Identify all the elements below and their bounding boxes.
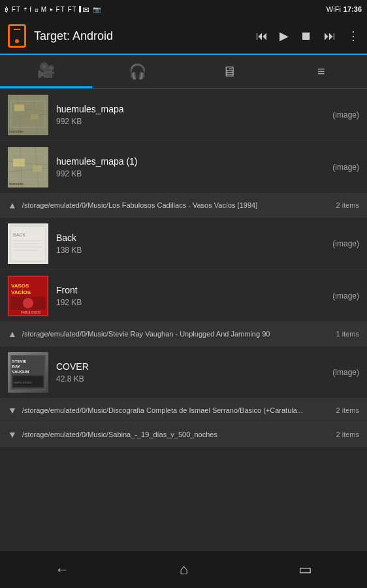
file-info-5: COVER 42.8 KB <box>56 361 332 384</box>
audio-tab-icon: 🎧 <box>129 63 146 80</box>
file-name: COVER <box>56 361 332 372</box>
svg-rect-6 <box>14 105 24 111</box>
tab-list[interactable]: ≡ <box>276 55 368 88</box>
file-info-2: huemules_mapa (1) 992 KB <box>56 156 332 178</box>
file-size: 192 KB <box>56 298 332 307</box>
recent-nav-button[interactable]: ▭ <box>298 561 312 578</box>
file-thumbnail: BACK <box>8 223 48 264</box>
cover-thumbnail: STEVIE RAY VAUGHN UNPLUGGED <box>8 352 48 393</box>
tab-display[interactable]: 🖥 <box>184 55 276 88</box>
folder-count: 1 items <box>336 330 359 338</box>
file-name: Back <box>56 233 332 243</box>
svg-text:STEVIE: STEVIE <box>12 359 27 363</box>
wifi-icon: WiFi <box>327 5 341 13</box>
file-name: Front <box>56 285 332 295</box>
back-thumbnail: BACK <box>8 223 48 264</box>
svg-text:FABULOSOS: FABULOSOS <box>21 310 41 314</box>
file-size: 42.8 KB <box>56 374 332 384</box>
map-thumbnail-1: huemules <box>8 95 48 135</box>
tab-video[interactable]: 🎥 <box>0 55 92 88</box>
tab-audio[interactable]: 🎧 <box>92 55 184 88</box>
file-size: 138 KB <box>56 246 332 255</box>
list-item[interactable]: VASOS VACÍOS FABULOSOS Front 192 KB (ima… <box>0 270 367 322</box>
svg-rect-24 <box>13 250 38 251</box>
prev-button[interactable]: ⏮ <box>256 29 268 43</box>
svg-text:RAY: RAY <box>12 364 20 368</box>
folder-row[interactable]: ▼ /storage/emulated/0/Music/Sabina_-_19_… <box>0 423 367 447</box>
front-thumbnail: VASOS VACÍOS FABULOSOS <box>8 276 48 316</box>
list-item[interactable]: BACK Back 138 KB (image) <box>0 218 367 270</box>
folder-arrow-icon: ▼ <box>8 405 17 416</box>
status-left-icons: ₿ FT ☂ f ☎ M ▶ FT FT ▋✉ 📷 <box>5 6 101 13</box>
svg-rect-21 <box>13 240 43 241</box>
svg-text:VASOS: VASOS <box>11 283 29 289</box>
svg-rect-7 <box>31 114 39 120</box>
svg-text:huemules: huemules <box>9 182 24 186</box>
svg-rect-16 <box>33 165 42 172</box>
time-display: 17:36 <box>343 5 362 13</box>
file-type: (image) <box>332 291 359 301</box>
file-info-3: Back 138 KB <box>56 233 332 255</box>
file-type: (image) <box>332 239 359 248</box>
play-button[interactable]: ▶ <box>279 29 289 43</box>
content-area: huemules huemules_mapa 992 KB (image) <box>0 89 367 550</box>
title-controls: ⏮ ▶ ⏹ ⏭ ⋮ <box>256 29 359 43</box>
status-right-icons: WiFi 17:36 <box>327 5 362 13</box>
file-thumbnail: VASOS VACÍOS FABULOSOS <box>8 276 48 316</box>
folder-path: /storage/emulated/0/Music/Los Fabulosos … <box>22 201 331 209</box>
folder-path: /storage/emulated/0/Music/Discografia Co… <box>22 406 331 414</box>
stop-button[interactable]: ⏹ <box>300 29 312 43</box>
folder-arrow-icon: ▼ <box>8 429 17 440</box>
file-thumbnail: huemules <box>8 147 48 188</box>
folder-path: /storage/emulated/0/Music/Stevie Ray Vau… <box>22 330 331 338</box>
phone-icon <box>8 24 26 48</box>
menu-button[interactable]: ⋮ <box>347 29 359 43</box>
title-bar: Target: Android ⏮ ▶ ⏹ ⏭ ⋮ <box>0 18 367 55</box>
svg-text:BACK: BACK <box>13 233 25 237</box>
file-size: 992 KB <box>56 169 332 178</box>
back-nav-button[interactable]: ← <box>55 561 69 578</box>
status-bar: ₿ FT ☂ f ☎ M ▶ FT FT ▋✉ 📷 WiFi 17:36 <box>0 0 367 18</box>
next-button[interactable]: ⏭ <box>324 29 336 43</box>
folder-path: /storage/emulated/0/Music/Sabina_-_19_dí… <box>22 431 331 438</box>
home-nav-button[interactable]: ⌂ <box>180 561 188 578</box>
svg-point-30 <box>23 298 33 308</box>
status-icons-text: ₿ FT ☂ f ☎ M ▶ FT FT ▋✉ 📷 <box>5 6 101 13</box>
svg-text:VACÍOS: VACÍOS <box>11 289 31 295</box>
svg-rect-23 <box>13 246 42 248</box>
list-item[interactable]: STEVIE RAY VAUGHN UNPLUGGED COVER 42.8 K… <box>0 346 367 399</box>
list-item[interactable]: huemules huemules_mapa 992 KB (image) <box>0 89 367 141</box>
file-name: huemules_mapa (1) <box>56 156 332 167</box>
svg-rect-15 <box>13 159 25 167</box>
list-tab-icon: ≡ <box>317 64 325 79</box>
folder-arrow-icon: ▲ <box>8 200 17 210</box>
svg-text:VAUGHN: VAUGHN <box>12 368 29 373</box>
file-type: (image) <box>332 368 359 377</box>
folder-count: 2 items <box>336 431 359 438</box>
folder-row[interactable]: ▼ /storage/emulated/0/Music/Discografia … <box>0 399 367 423</box>
svg-rect-22 <box>13 243 39 244</box>
folder-row[interactable]: ▲ /storage/emulated/0/Music/Stevie Ray V… <box>0 322 367 346</box>
bottom-nav: ← ⌂ ▭ <box>0 550 367 588</box>
file-type: (image) <box>332 163 359 172</box>
svg-text:UNPLUGGED: UNPLUGGED <box>14 380 32 384</box>
folder-row[interactable]: ▲ /storage/emulated/0/Music/Los Fabuloso… <box>0 193 367 218</box>
app-title: Target: Android <box>34 29 256 43</box>
tab-bar: 🎥 🎧 🖥 ≡ <box>0 55 367 89</box>
file-info-1: huemules_mapa 992 KB <box>56 104 332 126</box>
map-thumbnail-2: huemules <box>8 147 48 188</box>
folder-count: 2 items <box>336 406 359 414</box>
folder-arrow-icon: ▲ <box>8 329 17 339</box>
list-item[interactable]: huemules huemules_mapa (1) 992 KB (image… <box>0 141 367 193</box>
display-tab-icon: 🖥 <box>222 63 236 80</box>
folder-count: 2 items <box>336 201 359 209</box>
file-size: 992 KB <box>56 117 332 126</box>
file-type: (image) <box>332 110 359 120</box>
svg-text:huemules: huemules <box>9 129 24 133</box>
file-thumbnail: STEVIE RAY VAUGHN UNPLUGGED <box>8 352 48 393</box>
video-tab-icon: 🎥 <box>37 62 55 79</box>
file-thumbnail: huemules <box>8 95 48 135</box>
file-name: huemules_mapa <box>56 104 332 114</box>
file-info-4: Front 192 KB <box>56 285 332 307</box>
